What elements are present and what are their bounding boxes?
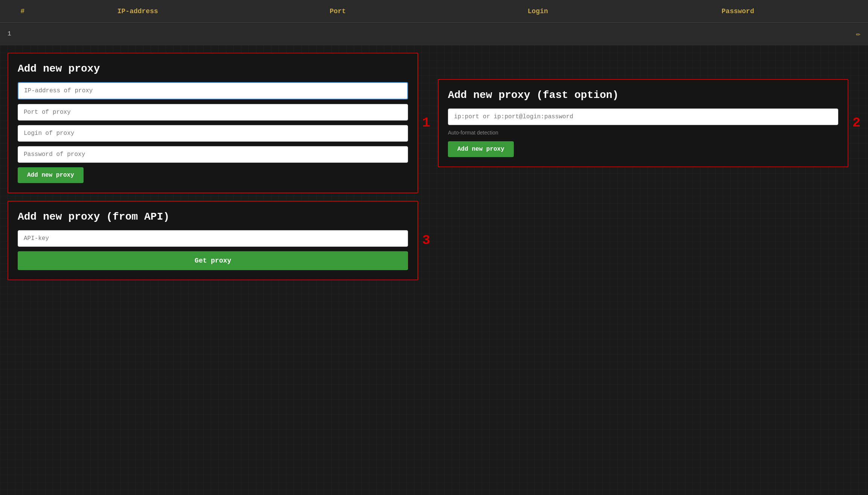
panel3-title: Add new proxy (from API) bbox=[18, 211, 408, 223]
api-key-input[interactable] bbox=[18, 230, 408, 247]
panel1-title: Add new proxy bbox=[18, 63, 408, 75]
login-input[interactable] bbox=[18, 125, 408, 142]
panel-api-proxy: Add new proxy (from API) Get proxy bbox=[8, 201, 418, 280]
add-proxy-button-1[interactable]: Add new proxy bbox=[18, 167, 84, 183]
auto-format-text: Auto-format detection bbox=[448, 130, 838, 136]
col-login-header: Login bbox=[438, 8, 638, 15]
password-input[interactable] bbox=[18, 146, 408, 163]
get-proxy-button[interactable]: Get proxy bbox=[18, 251, 408, 270]
table-row: 1 ✏️ bbox=[0, 23, 868, 45]
panel-fast-proxy: Add new proxy (fast option) Auto-format … bbox=[438, 79, 848, 167]
panel1-wrapper: Add new proxy Add new proxy 1 bbox=[8, 53, 430, 193]
col-port-header: Port bbox=[238, 8, 438, 15]
panel-add-proxy: Add new proxy Add new proxy bbox=[8, 53, 418, 193]
edit-icon[interactable]: ✏️ bbox=[838, 29, 860, 38]
col-num-header: # bbox=[8, 8, 38, 15]
col-ip-header: IP-address bbox=[38, 8, 238, 15]
add-proxy-button-2[interactable]: Add new proxy bbox=[448, 141, 514, 157]
row-edit-button[interactable]: ✏️ bbox=[838, 29, 860, 38]
panel2-title: Add new proxy (fast option) bbox=[448, 89, 838, 101]
panel2-wrapper: Add new proxy (fast option) Auto-format … bbox=[438, 53, 860, 193]
panel1-number: 1 bbox=[422, 115, 430, 131]
table-header: # IP-address Port Login Password bbox=[0, 0, 868, 23]
panel2-number: 2 bbox=[852, 115, 860, 131]
fast-proxy-input[interactable] bbox=[448, 108, 838, 125]
content-grid: Add new proxy Add new proxy 1 Add new pr… bbox=[0, 45, 868, 288]
ip-address-input[interactable] bbox=[18, 82, 408, 99]
col-password-header: Password bbox=[638, 8, 838, 15]
row-num: 1 bbox=[8, 31, 38, 37]
panel3-wrapper: Add new proxy (from API) Get proxy 3 bbox=[8, 201, 430, 280]
panel3-number: 3 bbox=[422, 233, 430, 248]
port-input[interactable] bbox=[18, 104, 408, 121]
